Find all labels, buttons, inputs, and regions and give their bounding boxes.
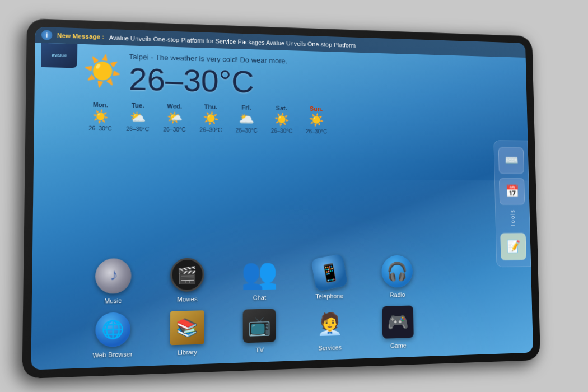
telephone-icon-graphic: 📱: [311, 253, 348, 291]
forecast-saturday: Sat. ☀️ 26–30°C: [270, 105, 292, 134]
game-icon-graphic: 🎮: [382, 305, 413, 338]
app-webbrowser[interactable]: 🌐 Web Browser: [81, 310, 144, 360]
forecast-temp-wed: 26–30°C: [163, 127, 185, 133]
chat-icon-graphic: 👥: [241, 256, 278, 291]
weather-info: Taipei - The weather is very cold! Do we…: [129, 53, 288, 99]
app-services[interactable]: 🧑‍💼 Services: [300, 305, 359, 352]
forecast-sunday: Sun. ☀️ 26–30°C: [306, 105, 328, 135]
forecast-temp-mon: 26–30°C: [88, 125, 112, 132]
app-movies[interactable]: Movies: [156, 255, 218, 304]
forecast-icon-tue: ⛅: [130, 110, 146, 125]
app-icon-game: 🎮: [380, 303, 416, 340]
forecast-icon-mon: ☀️: [92, 109, 109, 124]
forecast-day-label: Thu.: [204, 103, 218, 110]
app-icon-music: [94, 256, 133, 295]
app-label-tv: TV: [256, 346, 264, 353]
music-icon-graphic: [95, 258, 131, 293]
app-game[interactable]: 🎮 Game: [369, 303, 426, 350]
forecast-wednesday: Wed. 🌤️ 26–30°C: [163, 102, 185, 133]
forecast-icon-wed: 🌤️: [167, 110, 183, 125]
weather-sun-icon: ☀️: [83, 53, 122, 89]
ticker-icon: i: [41, 30, 53, 40]
app-label-telephone: Telephone: [315, 292, 343, 300]
app-label-music: Music: [104, 297, 122, 304]
forecast-day-label: Sat.: [276, 105, 287, 111]
ticker-label: New Message :: [57, 32, 104, 40]
forecast-icon-thu: ☀️: [203, 111, 219, 126]
app-chat[interactable]: 👥 Chat: [229, 254, 289, 301]
tools-panel: ⌨️ 📅 Tools 📝: [493, 140, 531, 267]
tv-icon-graphic: 📺: [243, 309, 276, 343]
library-icon-graphic: 📚: [170, 310, 204, 345]
screen: i New Message : Avalue Unveils One-stop …: [31, 27, 533, 370]
weather-temp: 26–30°C: [129, 63, 288, 99]
forecast-temp-fri: 26–30°C: [236, 127, 258, 134]
forecast-temp-thu: 26–30°C: [199, 127, 222, 133]
app-icon-radio: 🎧: [380, 253, 415, 290]
tool-notes[interactable]: 📝: [500, 233, 526, 260]
tools-container: ⌨️ 📅 Tools 📝: [493, 140, 531, 267]
forecast-day-label-sun: Sun.: [310, 105, 323, 112]
app-icon-webbrowser: 🌐: [93, 310, 132, 349]
forecast-temp-sun: 26–30°C: [306, 128, 327, 134]
services-icon-graphic: 🧑‍💼: [314, 307, 346, 340]
app-library[interactable]: 📚 Library: [156, 308, 218, 357]
forecast-friday: Fri. 🌥️ 26–30°C: [235, 104, 257, 133]
apps-grid: Music Movies 👥 Chat: [81, 252, 492, 359]
app-label-movies: Movies: [177, 296, 197, 303]
app-icon-movies: [168, 255, 206, 293]
tool-keyboard[interactable]: ⌨️: [498, 147, 524, 174]
forecast-day-label: Fri.: [241, 104, 251, 111]
app-icon-library: 📚: [168, 308, 206, 347]
logo-area: avalue: [41, 43, 77, 68]
forecast-tuesday: Tue. ⛅ 26–30°C: [126, 102, 149, 133]
tablet-shell: i New Message : Avalue Unveils One-stop …: [22, 18, 540, 379]
app-label-library: Library: [178, 348, 197, 356]
app-icon-services: 🧑‍💼: [311, 305, 348, 342]
logo-badge: avalue: [41, 43, 77, 68]
apps-section: Music Movies 👥 Chat: [31, 137, 533, 370]
main-content: ☀️ Taipei - The weather is very cold! Do…: [31, 43, 533, 370]
app-icon-chat: 👥: [241, 255, 278, 292]
app-icon-telephone: 📱: [311, 254, 347, 291]
forecast-icon-sat: ☀️: [274, 113, 290, 127]
app-label-radio: Radio: [390, 291, 405, 298]
webbrowser-icon-graphic: 🌐: [95, 312, 130, 347]
forecast-icon-sun: ☀️: [309, 113, 324, 128]
app-music[interactable]: Music: [81, 256, 145, 305]
app-icon-tv: 📺: [241, 306, 278, 344]
tools-label: Tools: [510, 209, 516, 227]
app-radio[interactable]: 🎧 Radio: [368, 253, 426, 298]
movies-icon-graphic: [170, 258, 204, 292]
weather-forecast: Mon. ☀️ 26–30°C Tue. ⛅ 26–30°C Wed. 🌤️ 2…: [83, 101, 488, 137]
forecast-temp-tue: 26–30°C: [126, 126, 149, 133]
app-label-chat: Chat: [253, 294, 267, 301]
forecast-temp-sat: 26–30°C: [271, 128, 293, 134]
app-tv[interactable]: 📺 TV: [230, 306, 290, 354]
empty-slot-2: [436, 301, 492, 347]
app-label-services: Services: [318, 344, 342, 352]
forecast-day-label: Wed.: [167, 102, 182, 110]
forecast-day-label: Tue.: [132, 102, 144, 109]
tool-calendar[interactable]: 📅: [499, 178, 525, 205]
radio-icon-graphic: 🎧: [381, 255, 413, 287]
empty-slot-1: [435, 252, 491, 297]
app-label-webbrowser: Web Browser: [92, 351, 132, 359]
weather-section: ☀️ Taipei - The weather is very cold! Do…: [34, 43, 528, 142]
forecast-thursday: Thu. ☀️ 26–30°C: [199, 103, 222, 133]
forecast-monday: Mon. ☀️ 26–30°C: [88, 101, 112, 132]
forecast-day-label: Mon.: [93, 101, 108, 109]
app-telephone[interactable]: 📱 Telephone: [300, 254, 358, 300]
app-label-game: Game: [390, 342, 407, 349]
forecast-icon-fri: 🌥️: [239, 111, 254, 126]
